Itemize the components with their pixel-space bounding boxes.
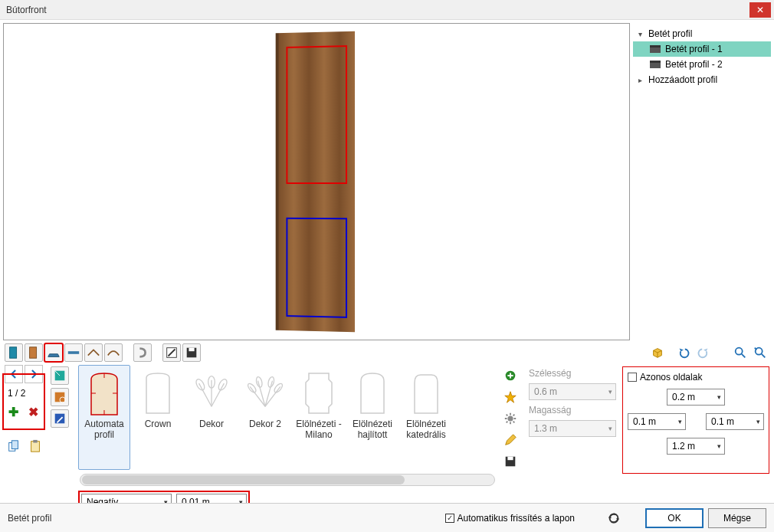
titlebar: Bútorfront ✕ xyxy=(0,0,774,20)
tree-added-label: Hozzáadott profil xyxy=(648,74,717,85)
copy-icon[interactable] xyxy=(5,437,23,455)
panel-outline-1 xyxy=(286,45,347,184)
gallery-item-dekor[interactable]: Dekor xyxy=(185,365,238,470)
gallery-item-milano[interactable]: Elölnézeti - Milano xyxy=(293,365,345,470)
edge2-icon[interactable] xyxy=(104,343,123,362)
side-top-input[interactable]: 0.2 m▾ xyxy=(667,389,725,406)
side-right-input[interactable]: 0.1 m▾ xyxy=(706,413,764,430)
panel-outline-2 xyxy=(286,218,347,318)
svg-rect-26 xyxy=(507,457,513,461)
edit-icon[interactable] xyxy=(162,343,181,362)
book-orange-icon[interactable] xyxy=(51,388,69,406)
star-icon[interactable] xyxy=(501,388,520,406)
prev-button[interactable] xyxy=(5,365,23,383)
gear-icon[interactable] xyxy=(501,409,520,428)
gallery-label: Elölnézeti hajlított xyxy=(349,419,396,441)
add-panel-button[interactable]: ✚ xyxy=(5,403,21,420)
gallery-label: Elölnézeti katedrális xyxy=(402,419,450,441)
side-bottom-input[interactable]: 1.2 m▾ xyxy=(667,438,725,455)
svg-point-19 xyxy=(247,383,257,394)
tree-item-1-label: Betét profil - 1 xyxy=(665,44,723,54)
tree-item-2-label: Betét profil - 2 xyxy=(665,59,723,70)
page-label: 1 / 2 xyxy=(5,386,46,400)
height-dropdown: 1.3 m▾ xyxy=(529,420,616,437)
footer: Betét profil Automatikus frissítés a lap… xyxy=(0,503,774,532)
tree-added[interactable]: ▸ Hozzáadott profil xyxy=(633,72,771,87)
nav-column: 1 / 2 ✚ ✖ xyxy=(5,365,46,486)
gallery-item-dekor2[interactable]: Dekor 2 xyxy=(239,365,291,470)
svg-rect-10 xyxy=(31,442,40,452)
svg-rect-15 xyxy=(55,414,65,424)
door-model xyxy=(279,31,355,333)
rail-icon[interactable] xyxy=(64,343,83,362)
book-teal-icon[interactable] xyxy=(51,366,69,385)
zoom-out-icon[interactable] xyxy=(751,343,769,362)
delete-panel-button[interactable]: ✖ xyxy=(25,403,41,420)
svg-point-22 xyxy=(273,383,284,394)
panel-icon[interactable] xyxy=(5,343,23,362)
gallery-actions xyxy=(501,365,523,486)
tree-root[interactable]: ▾ Betét profil xyxy=(633,26,771,41)
profile-item-icon xyxy=(650,61,661,68)
svg-rect-1 xyxy=(30,347,37,358)
pencil-icon[interactable] xyxy=(501,431,520,449)
lower-section: 1 / 2 ✚ ✖ Automata profil Crown xyxy=(0,363,774,486)
handle-icon[interactable] xyxy=(133,343,152,362)
svg-point-16 xyxy=(195,378,206,392)
redo-icon[interactable] xyxy=(694,343,713,362)
edge-icon[interactable] xyxy=(84,343,103,362)
cube-icon[interactable] xyxy=(648,343,667,362)
preview-3d[interactable] xyxy=(3,23,630,340)
profile-icon[interactable] xyxy=(44,343,63,362)
window-title: Bútorfront xyxy=(6,5,749,15)
next-button[interactable] xyxy=(25,365,43,383)
tree-root-label: Betét profil xyxy=(648,28,692,39)
profile-gallery: Automata profil Crown Dekor Dekor 2 Elöl… xyxy=(78,365,497,486)
svg-point-18 xyxy=(217,378,228,392)
panel-alt-icon[interactable] xyxy=(25,343,43,362)
svg-rect-11 xyxy=(33,440,37,443)
profile-tree: ▾ Betét profil Betét profil - 1 Betét pr… xyxy=(630,20,774,340)
chevron-down-icon: ▾ xyxy=(636,30,644,38)
same-sides-label: Azonos oldalak xyxy=(640,372,702,383)
width-dropdown: 0.6 m▾ xyxy=(529,383,616,400)
tree-item-2[interactable]: Betét profil - 2 xyxy=(633,57,771,72)
chevron-right-icon: ▸ xyxy=(636,76,644,84)
profile-item-icon xyxy=(650,45,661,53)
paste-icon[interactable] xyxy=(26,437,44,455)
tree-item-1[interactable]: Betét profil - 1 xyxy=(633,41,771,57)
svg-rect-9 xyxy=(11,441,18,449)
main-area: ▾ Betét profil Betét profil - 1 Betét pr… xyxy=(0,20,774,340)
ok-button[interactable]: OK xyxy=(645,508,703,528)
status-label: Betét profil xyxy=(8,513,445,524)
book-blue-icon[interactable] xyxy=(51,409,69,428)
gallery-label: Crown xyxy=(145,419,172,441)
gallery-item-automata[interactable]: Automata profil xyxy=(78,365,130,470)
svg-rect-2 xyxy=(68,351,79,354)
same-sides-checkbox[interactable] xyxy=(628,373,637,382)
auto-refresh-checkbox[interactable] xyxy=(445,514,454,523)
gallery-label: Dekor 2 xyxy=(249,419,281,441)
refresh-icon[interactable] xyxy=(605,510,622,527)
add-icon[interactable] xyxy=(501,366,520,385)
svg-point-24 xyxy=(507,415,513,421)
svg-point-6 xyxy=(736,348,743,355)
dimension-panel: Szélesség 0.6 m▾ Magasság 1.3 m▾ xyxy=(527,365,618,486)
width-label: Szélesség xyxy=(529,368,616,379)
disk-icon[interactable] xyxy=(501,452,520,471)
gallery-item-katedralis[interactable]: Elölnézeti katedrális xyxy=(400,365,452,470)
gallery-label: Dekor xyxy=(199,419,224,441)
gallery-item-hajlitott[interactable]: Elölnézeti hajlított xyxy=(346,365,398,470)
side-left-input[interactable]: 0.1 m▾ xyxy=(628,413,686,430)
zoom-in-icon[interactable] xyxy=(731,343,749,362)
gallery-scrollbar[interactable] xyxy=(80,474,495,486)
cancel-button[interactable]: Mégse xyxy=(708,508,766,528)
mid-toolbar xyxy=(0,342,774,363)
height-label: Magasság xyxy=(529,405,616,415)
gallery-label: Elölnézeti - Milano xyxy=(295,419,343,441)
gallery-item-crown[interactable]: Crown xyxy=(132,365,184,470)
save-icon[interactable] xyxy=(182,343,201,362)
svg-rect-0 xyxy=(10,347,17,358)
close-button[interactable]: ✕ xyxy=(749,2,771,18)
undo-icon[interactable] xyxy=(674,343,693,362)
